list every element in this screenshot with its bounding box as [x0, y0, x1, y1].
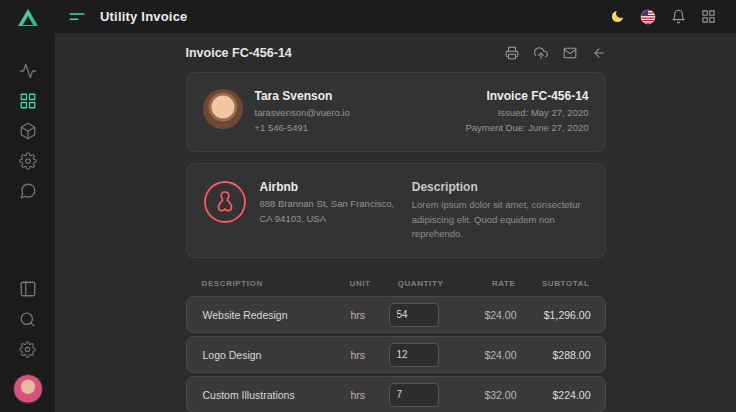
dark-mode-moon-icon[interactable]: [610, 9, 625, 24]
invoice-actions: [505, 46, 606, 60]
item-rate: $32.00: [455, 389, 517, 401]
invoice-issued: Issued: May 27, 2020: [465, 106, 588, 121]
description-text: Lorem ipsum dolor sit amet, consectetur …: [412, 198, 589, 241]
table-row: Logo Design hrs $24.00 $288.00: [186, 336, 606, 373]
topbar: Utility Invoice: [0, 0, 736, 33]
items-table-header: Description Unit Quantity Rate Subtotal: [186, 269, 606, 296]
sidebar-item-settings[interactable]: [19, 146, 37, 176]
client-block: Tara Svenson tarasvenson@vuero.io +1 546…: [203, 89, 350, 135]
table-row: Custom Illustrations hrs $32.00 $224.00: [186, 376, 606, 412]
item-unit: hrs: [351, 349, 389, 361]
preferences-gear-icon[interactable]: [19, 334, 36, 364]
app-logo-icon[interactable]: [16, 6, 40, 30]
col-rate: Rate: [454, 279, 516, 288]
apps-grid-icon[interactable]: [701, 9, 716, 24]
quantity-input[interactable]: [389, 343, 439, 367]
table-row: Website Redesign hrs $24.00 $1,296.00: [186, 296, 606, 333]
invoice-number: Invoice FC-456-14: [465, 89, 588, 103]
item-subtotal: $288.00: [517, 349, 591, 361]
col-description: Description: [202, 279, 350, 288]
item-unit: hrs: [351, 389, 389, 401]
company-address-line1: 888 Brannan St, San Francisco,: [260, 197, 395, 212]
item-description: Website Redesign: [203, 309, 351, 321]
print-icon[interactable]: [505, 46, 519, 60]
company-name: Airbnb: [260, 180, 395, 194]
description-title: Description: [412, 180, 589, 194]
topbar-actions: [610, 9, 716, 25]
main-content: Invoice FC-456-14: [55, 33, 736, 412]
client-invoice-card: Tara Svenson tarasvenson@vuero.io +1 546…: [186, 72, 606, 152]
cloud-upload-icon[interactable]: [534, 46, 548, 60]
language-flag-icon[interactable]: [640, 9, 656, 25]
user-avatar[interactable]: [13, 374, 43, 404]
client-phone: +1 546-5491: [255, 121, 350, 136]
sidebar-item-activity[interactable]: [19, 56, 37, 86]
back-arrow-icon[interactable]: [592, 46, 606, 60]
menu-toggle-icon[interactable]: [68, 8, 86, 26]
quantity-input[interactable]: [389, 383, 439, 407]
invoice-payment-due: Payment Due: June 27, 2020: [465, 121, 588, 136]
airbnb-logo-icon: [203, 180, 247, 224]
description-block: Description Lorem ipsum dolor sit amet, …: [406, 180, 589, 241]
client-avatar: [203, 89, 243, 129]
item-description: Logo Design: [203, 349, 351, 361]
client-email: tarasvenson@vuero.io: [255, 106, 350, 121]
quantity-input[interactable]: [389, 303, 439, 327]
company-block: Airbnb 888 Brannan St, San Francisco, CA…: [203, 180, 406, 241]
company-address-line2: CA 94103, USA: [260, 212, 395, 227]
mail-icon[interactable]: [563, 46, 577, 60]
col-unit: Unit: [350, 279, 388, 288]
app-title: Utility Invoice: [100, 9, 188, 24]
sidebar-panel-icon[interactable]: [19, 274, 37, 304]
col-subtotal: Subtotal: [516, 279, 590, 288]
sidebar-item-messages[interactable]: [19, 176, 37, 206]
item-rate: $24.00: [455, 309, 517, 321]
item-rate: $24.00: [455, 349, 517, 361]
item-description: Custom Illustrations: [203, 389, 351, 401]
item-subtotal: $224.00: [517, 389, 591, 401]
item-subtotal: $1,296.00: [517, 309, 591, 321]
page-header: Invoice FC-456-14: [186, 46, 606, 60]
company-description-card: Airbnb 888 Brannan St, San Francisco, CA…: [186, 163, 606, 258]
notifications-bell-icon[interactable]: [671, 9, 686, 24]
client-name: Tara Svenson: [255, 89, 350, 103]
search-icon[interactable]: [19, 304, 36, 334]
page-title: Invoice FC-456-14: [186, 46, 292, 60]
item-unit: hrs: [351, 309, 389, 321]
sidebar-item-dashboards[interactable]: [19, 86, 37, 116]
invoice-meta: Invoice FC-456-14 Issued: May 27, 2020 P…: [465, 89, 588, 135]
sidebar: [0, 0, 55, 412]
sidebar-item-components[interactable]: [19, 116, 37, 146]
col-quantity: Quantity: [388, 279, 454, 288]
